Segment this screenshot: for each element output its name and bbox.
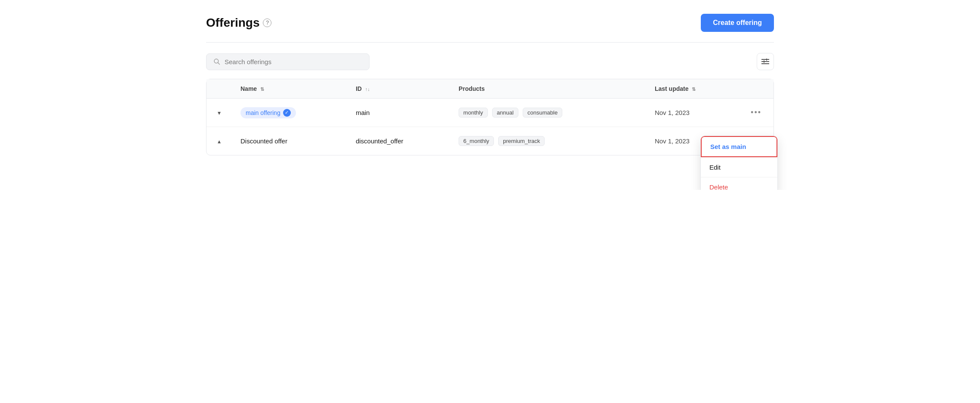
- expand-cell: ▴: [206, 127, 232, 155]
- main-check-icon: ✓: [283, 109, 291, 117]
- name-with-badge: main offering ✓: [240, 107, 339, 118]
- create-offering-button[interactable]: Create offering: [701, 14, 774, 32]
- col-id[interactable]: ID ↑↓: [347, 79, 450, 99]
- toolbar: [206, 53, 774, 70]
- col-name[interactable]: Name ⇅: [232, 79, 347, 99]
- product-tag: premium_track: [498, 136, 545, 146]
- edit-menu-item[interactable]: Edit: [701, 157, 777, 177]
- main-offering-badge: main offering ✓: [240, 107, 296, 118]
- col-products: Products: [450, 79, 646, 99]
- header-divider: [206, 42, 774, 43]
- delete-menu-item[interactable]: Delete: [701, 177, 777, 190]
- more-options-button[interactable]: •••: [747, 106, 765, 119]
- col-expand: [206, 79, 232, 99]
- id-sort-icon: ↑↓: [365, 87, 370, 92]
- page-title: Offerings: [206, 16, 259, 30]
- products-cell: monthly annual consumable: [450, 99, 646, 127]
- name-cell: Discounted offer: [232, 127, 347, 155]
- search-box[interactable]: [206, 53, 370, 70]
- offerings-table: Name ⇅ ID ↑↓ Products Last update ⇅: [206, 79, 774, 155]
- search-icon: [213, 58, 220, 65]
- table-row: ▾ main offering ✓ main: [206, 99, 774, 127]
- header-left: Offerings ?: [206, 16, 271, 30]
- name-sort-icon: ⇅: [260, 87, 264, 92]
- products-cell: 6_monthly premium_track: [450, 127, 646, 155]
- help-icon[interactable]: ?: [263, 19, 271, 27]
- id-cell: main: [347, 99, 450, 127]
- context-menu: Set as main Edit Delete: [700, 136, 778, 190]
- search-input[interactable]: [225, 58, 362, 65]
- set-as-main-menu-item[interactable]: Set as main: [701, 136, 777, 157]
- product-tag: consumable: [523, 108, 562, 118]
- row-expand-button[interactable]: ▾: [215, 108, 223, 117]
- svg-line-1: [218, 63, 220, 65]
- id-cell: discounted_offer: [347, 127, 450, 155]
- last-update-cell: Nov 1, 2023: [646, 99, 739, 127]
- name-cell: main offering ✓: [232, 99, 347, 127]
- svg-point-0: [214, 59, 219, 63]
- row-expand-button[interactable]: ▴: [215, 137, 223, 146]
- columns-toggle-button[interactable]: [757, 53, 774, 70]
- table-header-row: Name ⇅ ID ↑↓ Products Last update ⇅: [206, 79, 774, 99]
- table-row: ▴ Discounted offer discounted_offer 6_mo…: [206, 127, 774, 155]
- columns-icon: [761, 59, 769, 65]
- product-tag: 6_monthly: [459, 136, 494, 146]
- actions-cell: ••• Set as main Edit Delete: [739, 127, 774, 155]
- last-update-sort-icon: ⇅: [692, 87, 696, 92]
- col-actions: [739, 79, 774, 99]
- pagination: ‹ Page: [206, 155, 774, 176]
- expand-cell: ▾: [206, 99, 232, 127]
- page-header: Offerings ? Create offering: [206, 14, 774, 32]
- product-tag: monthly: [459, 108, 488, 118]
- col-last-update[interactable]: Last update ⇅: [646, 79, 739, 99]
- product-tag: annual: [492, 108, 518, 118]
- actions-cell: •••: [739, 99, 774, 127]
- page-container: Offerings ? Create offering: [189, 0, 791, 190]
